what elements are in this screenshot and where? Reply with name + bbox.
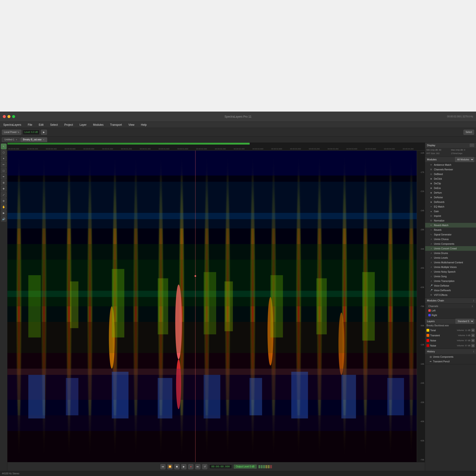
tool-speaker[interactable]: 🔊 bbox=[1, 216, 6, 222]
menu-project[interactable]: Project bbox=[63, 123, 74, 127]
module-unmix-transcription[interactable]: ♬ Unmix Transcription bbox=[425, 279, 476, 283]
tool-pan[interactable]: ✋ bbox=[1, 204, 6, 210]
tool-lasso[interactable]: ⬡ bbox=[1, 150, 6, 155]
minimize-button[interactable] bbox=[7, 115, 10, 118]
layer-tonal[interactable]: Tonal Volume: 11 dB M bbox=[425, 328, 476, 333]
module-unmix-multiple-voices[interactable]: ♬ Unmix Multiple Voices bbox=[425, 265, 476, 269]
menu-transport[interactable]: Transport bbox=[109, 123, 123, 127]
module-deess-icon: ◉ bbox=[430, 187, 433, 189]
module-channels-remixer[interactable]: ⊞ Channels Remixer bbox=[425, 167, 476, 172]
module-multichannel-label: Unmix Multichannel Content bbox=[434, 261, 463, 264]
tool-eraser[interactable]: ◻ bbox=[1, 168, 6, 173]
transport-loop[interactable]: ↺ bbox=[202, 464, 207, 469]
menu-help[interactable]: Help bbox=[139, 123, 148, 127]
spectrogram-container[interactable]: 00:00:00.000 00:00:00.200 00:00:00.400 0… bbox=[7, 143, 425, 471]
menu-edit[interactable]: Edit bbox=[37, 123, 45, 127]
display-options[interactable]: ⋯ bbox=[470, 144, 474, 147]
transport-stop[interactable]: ⏹ bbox=[174, 464, 179, 469]
tab-breakybeat-close[interactable]: ✕ bbox=[43, 138, 45, 141]
menu-modules[interactable]: Modules bbox=[92, 123, 105, 127]
channel-left[interactable]: Left bbox=[426, 308, 475, 313]
module-unmix-drums[interactable]: ♬ Unmix Drums bbox=[425, 251, 476, 255]
module-dereverb[interactable]: ◉ DeReverb bbox=[425, 200, 476, 204]
module-deess[interactable]: ◉ DeEss bbox=[425, 186, 476, 190]
playhead[interactable] bbox=[195, 151, 195, 462]
history-unmix-components[interactable]: ⊡ Unmix Components bbox=[425, 355, 476, 359]
module-unmix-concert-crowd[interactable]: ♬ Unmix Concert Crowd bbox=[425, 246, 476, 251]
module-dehum-label: DeHum bbox=[434, 191, 442, 194]
module-denoise[interactable]: ◉ DeNoise bbox=[425, 195, 476, 200]
module-vst3[interactable]: ⚙ VST3 Effects bbox=[425, 293, 476, 297]
module-unmix-levels[interactable]: ♬ Unmix Levels bbox=[425, 255, 476, 260]
module-voice-denoise[interactable]: 🎤 Voice DeNoise bbox=[425, 283, 476, 288]
maximize-button[interactable] bbox=[12, 115, 15, 118]
tool-heal[interactable]: ✚ bbox=[1, 186, 6, 191]
spectrogram-main[interactable]: -12k -17k -21k -24k -28k -34k -45k -63k … bbox=[7, 151, 425, 462]
select-button[interactable]: Select bbox=[463, 130, 474, 135]
tool-clone[interactable]: ⊕ bbox=[1, 180, 6, 186]
module-unmix-multichannel[interactable]: ♬ Unmix Multichannel Content bbox=[425, 260, 476, 265]
tab-untitled[interactable]: Untitled-1 ✕ bbox=[2, 137, 20, 142]
close-button[interactable] bbox=[3, 115, 6, 118]
arrow-button[interactable]: ▶ bbox=[41, 130, 47, 135]
layer-transient-mute[interactable]: M bbox=[471, 334, 475, 337]
module-unmix-song[interactable]: ♫ Unmix Song bbox=[425, 274, 476, 279]
tool-magic-wand[interactable]: ✦ bbox=[1, 156, 6, 161]
layer-noise-2[interactable]: Noise Volume: 57 dB M bbox=[425, 343, 476, 348]
tool-selection[interactable]: ↖ bbox=[1, 144, 6, 149]
menu-select[interactable]: Select bbox=[49, 123, 59, 127]
menu-file[interactable]: File bbox=[26, 123, 34, 127]
module-ambience-match[interactable]: ≋ Ambience Match bbox=[425, 162, 476, 167]
display-header[interactable]: Display ⋯ bbox=[425, 143, 476, 148]
module-signal-gen[interactable]: ∿ Signal Generator bbox=[425, 232, 476, 237]
layer-noise2-mute[interactable]: M bbox=[471, 344, 475, 347]
modules-dropdown[interactable]: All Modules bbox=[455, 157, 474, 162]
transport-rewind[interactable]: ⏪ bbox=[167, 464, 172, 469]
layer-transient[interactable]: Transient Volume: 0 dB M bbox=[425, 333, 476, 338]
module-voice-dereverb[interactable]: 🎤 Voice DeReverb bbox=[425, 288, 476, 293]
tab-breakybeat[interactable]: Breaky B_sat.wav ✕ bbox=[20, 137, 47, 142]
module-reverb-match[interactable]: ≋ Reverb Match bbox=[425, 223, 476, 228]
history-info-icon[interactable]: ℹ bbox=[473, 350, 474, 353]
module-unmix-chorus[interactable]: ♬ Unmix Chorus bbox=[425, 237, 476, 241]
tool-playback[interactable]: ▶ bbox=[1, 210, 6, 216]
module-unmix-components[interactable]: ♬ Unmix Components bbox=[425, 241, 476, 246]
modules-chain-header[interactable]: Modules Chain ℹ bbox=[425, 298, 476, 303]
tool-pencil[interactable]: ✒ bbox=[1, 174, 6, 179]
module-normalize[interactable]: ⊟ Normalize bbox=[425, 218, 476, 223]
module-reverb[interactable]: ≈ Reverb bbox=[425, 228, 476, 232]
module-imprint[interactable]: ⊡ Imprint bbox=[425, 214, 476, 218]
transport-play[interactable]: ▶ bbox=[181, 464, 187, 469]
module-declick[interactable]: ◉ DeClick bbox=[425, 176, 476, 181]
tool-zoom[interactable]: ⊕ bbox=[1, 198, 6, 204]
history-header[interactable]: History ℹ bbox=[425, 349, 476, 354]
layer-tonal-mute[interactable]: M bbox=[471, 329, 475, 332]
local-power-button[interactable]: Local Power ∿ bbox=[2, 130, 21, 135]
channels-header[interactable]: Channels ℹ bbox=[426, 304, 475, 308]
transport-skip-end[interactable]: ⏭ bbox=[195, 464, 200, 469]
layers-dropdown[interactable]: Standard Size bbox=[456, 319, 474, 324]
tool-transform[interactable]: ⤢ bbox=[1, 192, 6, 198]
layer-noise1-mute[interactable]: M bbox=[471, 339, 475, 342]
transport-skip-start[interactable]: ⏮ bbox=[160, 464, 166, 469]
layers-header[interactable]: Layers Standard Size bbox=[425, 319, 476, 324]
module-debleed[interactable]: ◎ DeBleed bbox=[425, 172, 476, 176]
menu-layer[interactable]: Layer bbox=[78, 123, 88, 127]
channels-info-icon[interactable]: ℹ bbox=[472, 305, 473, 307]
module-declip[interactable]: ◉ DeClip bbox=[425, 181, 476, 186]
module-unmix-noisy-speech[interactable]: ♬ Unmix Noisy Speech bbox=[425, 269, 476, 274]
modules-header[interactable]: Modules All Modules bbox=[425, 157, 476, 162]
tool-brush[interactable]: ✏ bbox=[1, 162, 6, 167]
tab-untitled-close[interactable]: ✕ bbox=[16, 138, 17, 141]
module-eq-match[interactable]: ≡ EQ Match bbox=[425, 204, 476, 209]
output-level[interactable]: Output Level 0 dB bbox=[234, 465, 256, 469]
transport-record[interactable]: ● bbox=[188, 464, 193, 469]
modules-chain-info-icon[interactable]: ℹ bbox=[473, 299, 474, 302]
history-transient-pencil[interactable]: ✏ Transient Pencil bbox=[425, 359, 476, 364]
menu-view[interactable]: View bbox=[127, 123, 136, 127]
layer-noise-1[interactable]: Noise Volume: 57 dB M bbox=[425, 338, 476, 343]
module-gain[interactable]: ▲ Gain bbox=[425, 209, 476, 214]
module-dehum[interactable]: ◉ DeHum bbox=[425, 190, 476, 195]
channel-right[interactable]: Right bbox=[426, 313, 475, 318]
menu-spectralayers[interactable]: SpectraLayers bbox=[2, 123, 23, 127]
